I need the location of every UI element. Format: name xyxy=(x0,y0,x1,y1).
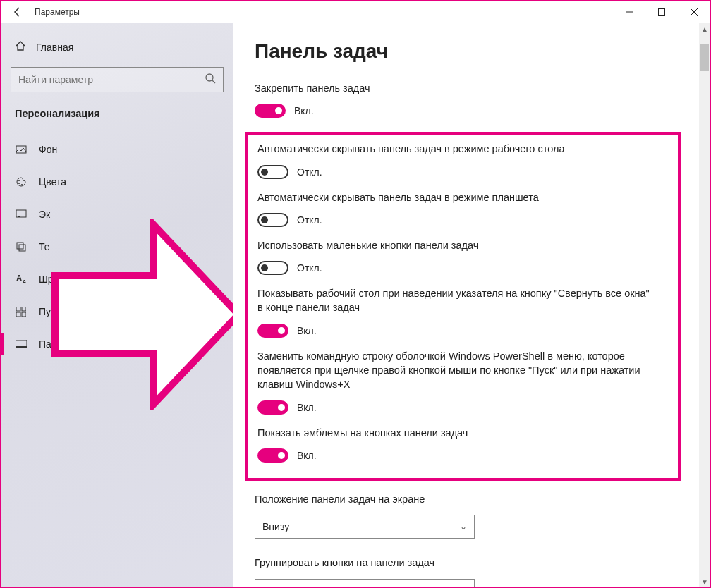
search-icon xyxy=(205,73,216,87)
home-icon xyxy=(15,40,26,54)
toggle-autohide-desktop[interactable] xyxy=(257,165,288,179)
setting-taskbar-position: Положение панели задач на экране Внизу ⌄ xyxy=(255,492,689,539)
setting-label: Группировать кнопки на панели задач xyxy=(255,556,650,570)
picture-icon xyxy=(15,143,28,156)
close-button[interactable] xyxy=(678,1,710,23)
setting-small-buttons: Использовать маленькие кнопки панели зад… xyxy=(257,238,668,275)
toggle-state: Откл. xyxy=(297,214,322,226)
toggle-badges[interactable] xyxy=(257,448,288,463)
dropdown-combine-buttons[interactable]: При переполнении панели задач ⌄ xyxy=(255,579,475,587)
setting-label: Закрепить панель задач xyxy=(255,81,650,95)
scrollbar[interactable]: ▲ ▼ xyxy=(699,23,710,587)
svg-rect-19 xyxy=(16,346,27,348)
start-icon xyxy=(15,305,28,318)
toggle-autohide-tablet[interactable] xyxy=(257,213,288,227)
toggle-state: Вкл. xyxy=(297,325,317,336)
dropdown-value: Внизу xyxy=(262,521,289,532)
sidebar-item-label: Пуск xyxy=(39,306,60,317)
setting-autohide-desktop: Автоматически скрывать панель задач в ре… xyxy=(257,142,668,178)
toggle-small-buttons[interactable] xyxy=(257,261,288,275)
svg-point-4 xyxy=(206,74,213,81)
svg-line-5 xyxy=(212,80,215,83)
setting-label: Автоматически скрывать панель задач в ре… xyxy=(257,142,652,156)
setting-label: Положение панели задач на экране xyxy=(255,492,650,506)
lockscreen-icon xyxy=(15,208,28,221)
setting-label: Показывать рабочий стол при наведении ук… xyxy=(257,286,652,315)
svg-point-8 xyxy=(18,183,20,184)
sidebar-item-fonts[interactable]: AA Шр xyxy=(1,263,233,295)
setting-autohide-tablet: Автоматически скрывать панель задач в ре… xyxy=(257,190,668,227)
back-button[interactable] xyxy=(1,1,35,23)
home-label: Главная xyxy=(36,42,73,53)
toggle-peek-desktop[interactable] xyxy=(257,324,288,338)
sidebar-item-label: Панель задач xyxy=(39,338,102,350)
themes-icon xyxy=(15,240,28,253)
section-header: Персонализация xyxy=(1,108,233,133)
svg-rect-12 xyxy=(17,243,23,249)
svg-rect-11 xyxy=(18,216,20,217)
toggle-powershell[interactable] xyxy=(257,400,288,415)
scroll-down-arrow[interactable]: ▼ xyxy=(699,576,710,587)
svg-rect-16 xyxy=(16,312,20,317)
taskbar-icon xyxy=(15,338,28,350)
toggle-lock-taskbar[interactable] xyxy=(255,104,286,118)
setting-powershell: Заменить командную строку оболочкой Wind… xyxy=(257,349,668,415)
fonts-icon: AA xyxy=(15,273,28,286)
svg-point-7 xyxy=(18,180,20,181)
toggle-state: Вкл. xyxy=(297,450,317,461)
scroll-up-arrow[interactable]: ▲ xyxy=(699,23,710,35)
dropdown-taskbar-position[interactable]: Внизу ⌄ xyxy=(255,515,475,539)
setting-label: Автоматически скрывать панель задач в ре… xyxy=(257,190,652,204)
sidebar: Главная Персонализация Фон Цвета Эк xyxy=(1,23,233,587)
sidebar-item-background[interactable]: Фон xyxy=(1,133,233,166)
dropdown-value: При переполнении панели задач xyxy=(262,585,413,587)
setting-lock-taskbar: Закрепить панель задач Вкл. xyxy=(255,81,689,118)
setting-label: Заменить командную строку оболочкой Wind… xyxy=(257,349,652,392)
sidebar-item-label: Шр xyxy=(39,274,54,285)
scroll-thumb[interactable] xyxy=(700,44,709,71)
svg-point-9 xyxy=(21,184,23,185)
svg-rect-13 xyxy=(19,245,25,251)
page-title: Панель задач xyxy=(255,40,689,63)
search-input[interactable] xyxy=(18,74,205,85)
sidebar-item-label: Те xyxy=(39,241,50,252)
sidebar-item-label: Фон xyxy=(39,144,57,155)
home-nav[interactable]: Главная xyxy=(1,36,233,67)
sidebar-item-taskbar[interactable]: Панель задач xyxy=(1,328,233,360)
svg-rect-14 xyxy=(16,307,20,311)
sidebar-item-colors[interactable]: Цвета xyxy=(1,166,233,198)
highlight-box: Автоматически скрывать панель задач в ре… xyxy=(245,132,681,481)
palette-icon xyxy=(15,176,28,188)
setting-peek-desktop: Показывать рабочий стол при наведении ук… xyxy=(257,286,668,338)
toggle-state: Вкл. xyxy=(294,105,314,116)
sidebar-item-lockscreen[interactable]: Эк xyxy=(1,198,233,231)
sidebar-item-start[interactable]: Пуск xyxy=(1,295,233,328)
window-title: Параметры xyxy=(35,7,80,17)
setting-label: Использовать маленькие кнопки панели зад… xyxy=(257,238,652,252)
setting-badges: Показать эмблемы на кнопках панели задач… xyxy=(257,426,668,463)
svg-rect-17 xyxy=(22,312,26,317)
chevron-down-icon: ⌄ xyxy=(460,522,467,532)
sidebar-item-themes[interactable]: Те xyxy=(1,231,233,263)
setting-combine-buttons: Группировать кнопки на панели задач При … xyxy=(255,556,689,587)
toggle-state: Вкл. xyxy=(297,402,317,413)
sidebar-item-label: Эк xyxy=(39,209,50,220)
maximize-button[interactable] xyxy=(645,1,678,23)
setting-label: Показать эмблемы на кнопках панели задач xyxy=(257,426,652,440)
main-content: ▲ ▼ Панель задач Закрепить панель задач … xyxy=(233,23,710,587)
svg-rect-15 xyxy=(22,307,26,311)
sidebar-item-label: Цвета xyxy=(39,176,66,188)
toggle-state: Откл. xyxy=(297,166,322,178)
titlebar: Параметры xyxy=(1,1,710,23)
minimize-button[interactable] xyxy=(613,1,645,23)
svg-rect-1 xyxy=(659,9,665,16)
search-box[interactable] xyxy=(11,67,224,92)
toggle-state: Откл. xyxy=(297,262,322,274)
chevron-down-icon: ⌄ xyxy=(460,586,467,587)
